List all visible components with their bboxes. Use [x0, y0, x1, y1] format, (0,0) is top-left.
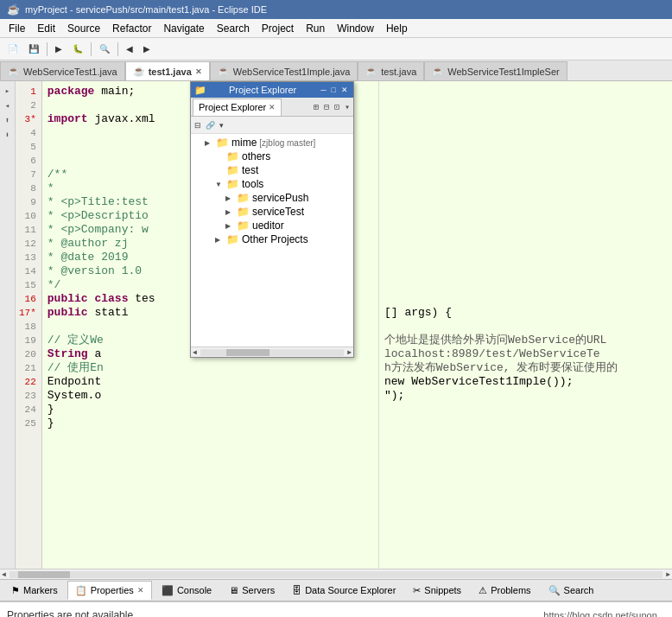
tab-close-1[interactable]: ✕: [195, 67, 202, 76]
tab-icon-1: ☕: [133, 66, 145, 77]
bottom-tab-search[interactable]: 🔍 Search: [541, 581, 602, 600]
panel-h-scroll-track[interactable]: [200, 349, 344, 356]
tree-label-test: test: [242, 164, 258, 176]
tree-item-ueditor[interactable]: ▶ 📁 ueditor: [191, 219, 353, 232]
bottom-tab-properties[interactable]: 📋 Properties ✕: [67, 581, 152, 600]
debug-btn[interactable]: 🐛: [68, 41, 87, 56]
tree-item-servicetest[interactable]: ▶ 📁 serviceTest: [191, 205, 353, 219]
bottom-tab-problems[interactable]: ⚠ Problems: [471, 581, 538, 600]
line-num-6: 6: [19, 154, 38, 168]
panel-h-scroll-thumb[interactable]: [226, 349, 269, 356]
problems-icon: ⚠: [479, 585, 487, 596]
code-line-24: }: [48, 403, 373, 417]
panel-maximize-btn[interactable]: □: [330, 86, 338, 94]
menu-edit[interactable]: Edit: [32, 21, 60, 36]
prev-btn[interactable]: ◀: [122, 41, 137, 56]
next-btn[interactable]: ▶: [139, 41, 155, 56]
tab-webservicetest1impleSer[interactable]: ☕ WebServiceTest1ImpleSer: [424, 61, 567, 80]
panel-tab-close[interactable]: ✕: [269, 103, 276, 111]
panel-close-btn[interactable]: ✕: [339, 86, 350, 94]
panel-tab-bar: Project Explorer ✕ ⊞ ⊟ ⊡ ▾: [191, 98, 353, 117]
panel-h-scroll-right[interactable]: ▶: [346, 348, 353, 356]
view-menu-btn[interactable]: ▾: [218, 120, 225, 130]
panel-action-4[interactable]: ▾: [343, 102, 352, 112]
menu-navigate[interactable]: Navigate: [158, 21, 209, 36]
search-btn[interactable]: 🔍: [95, 41, 114, 56]
tree-item-mime[interactable]: ▶ 📁 mime [zjblog master]: [191, 136, 353, 149]
panel-minimize-btn[interactable]: ─: [319, 86, 327, 94]
tab-webservicetest1[interactable]: ☕ WebServiceTest1.java: [0, 61, 125, 80]
link-editor-btn[interactable]: 🔗: [204, 120, 217, 130]
search-icon: 🔍: [548, 585, 561, 596]
bottom-tab-snippets[interactable]: ✂ Snippets: [405, 581, 469, 600]
menu-help[interactable]: Help: [381, 21, 413, 36]
line-num-1: 1: [19, 85, 38, 99]
new-btn[interactable]: 📄: [3, 41, 22, 56]
tree-arrow-test: [215, 167, 224, 175]
properties-close[interactable]: ✕: [137, 586, 144, 595]
panel-h-scroll-left[interactable]: ◀: [191, 348, 199, 356]
editor-tabs: ☕ WebServiceTest1.java ☕ test1.java ✕ ☕ …: [0, 60, 672, 81]
tree-label-servicepush: servicePush: [252, 192, 308, 204]
tree-icon-other-projects: 📁: [226, 233, 239, 245]
panel-tab-explorer[interactable]: Project Explorer ✕: [193, 99, 282, 116]
tree-item-servicepush[interactable]: ▶ 📁 servicePush: [191, 191, 353, 205]
save-btn[interactable]: 💾: [24, 41, 43, 56]
tree-item-others[interactable]: 📁 others: [191, 149, 353, 163]
menu-source[interactable]: Source: [62, 21, 105, 36]
properties-label: Properties: [91, 585, 134, 595]
line-num-8: 8: [19, 181, 38, 195]
left-btn-1[interactable]: ▸: [5, 85, 10, 98]
tab-icon-0: ☕: [8, 66, 20, 77]
panel-h-scrollbar[interactable]: ◀ ▶: [191, 347, 353, 357]
h-scroll-left[interactable]: ◀: [0, 570, 8, 578]
tab-testjava[interactable]: ☕ test.java: [358, 61, 424, 80]
menu-refactor[interactable]: Refactor: [107, 21, 156, 36]
panel-title-label: Project Explorer: [229, 85, 296, 95]
line-num-18: 18: [19, 320, 38, 334]
line-num-19: 19: [19, 334, 38, 347]
run-btn[interactable]: ▶: [51, 41, 67, 56]
menu-search[interactable]: Search: [212, 21, 255, 36]
properties-area: Properties are not available. https://bl…: [0, 601, 672, 617]
status-url: https://blog.csdn.net/sunon...: [543, 610, 665, 618]
tree-item-tools[interactable]: ▼ 📁 tools: [191, 177, 353, 191]
left-btn-4[interactable]: ⬇: [5, 129, 10, 142]
panel-action-2[interactable]: ⊟: [322, 102, 331, 112]
tree-item-test[interactable]: 📁 test: [191, 163, 353, 177]
project-tree[interactable]: ▶ 📁 mime [zjblog master] 📁 others 📁 test…: [191, 134, 353, 347]
tree-icon-ueditor: 📁: [237, 219, 250, 232]
menu-run[interactable]: Run: [301, 21, 330, 36]
tree-badge-mime: [zjblog master]: [259, 138, 315, 148]
tab-webservicetest1imple[interactable]: ☕ WebServiceTest1Imple.java: [210, 61, 358, 80]
line-num-3: 3*: [19, 112, 38, 126]
bottom-tab-datasource[interactable]: 🗄 Data Source Explorer: [284, 581, 403, 600]
status-message: Properties are not available.: [7, 609, 136, 618]
editor-h-scrollbar[interactable]: ◀ ▶: [0, 569, 672, 579]
left-btn-2[interactable]: ◂: [5, 99, 10, 112]
menu-project[interactable]: Project: [257, 21, 299, 36]
tree-item-other-projects[interactable]: ▶ 📁 Other Projects: [191, 232, 353, 246]
code-line-21: // 使用En: [48, 361, 373, 375]
h-scroll-right[interactable]: ▶: [664, 570, 672, 578]
h-scroll-track[interactable]: [10, 571, 662, 578]
tree-arrow-mime: ▶: [205, 139, 213, 147]
h-scroll-thumb[interactable]: [18, 571, 70, 578]
toolbar-sep-1: [47, 42, 48, 56]
tab-test1[interactable]: ☕ test1.java ✕: [125, 61, 210, 80]
tab-icon-4: ☕: [432, 66, 444, 77]
bottom-tab-servers[interactable]: 🖥 Servers: [221, 581, 282, 600]
tree-icon-servicetest: 📁: [237, 206, 250, 218]
bottom-tab-markers[interactable]: ⚑ Markers: [3, 581, 66, 600]
line-num-9: 9: [19, 195, 38, 209]
panel-action-3[interactable]: ⊡: [333, 102, 341, 112]
project-explorer-panel: 📁 Project Explorer ─ □ ✕ Project Explore…: [190, 81, 354, 358]
left-btn-3[interactable]: ⬆: [5, 114, 10, 127]
title-bar: ☕ myProject - servicePush/src/main/test1…: [0, 0, 672, 19]
menu-file[interactable]: File: [3, 21, 30, 36]
menu-window[interactable]: Window: [332, 21, 379, 36]
line-num-22: 22: [19, 375, 38, 389]
panel-action-1[interactable]: ⊞: [312, 102, 320, 112]
bottom-tab-console[interactable]: ⬛ Console: [154, 581, 219, 600]
collapse-all-btn[interactable]: ⊟: [193, 120, 203, 130]
